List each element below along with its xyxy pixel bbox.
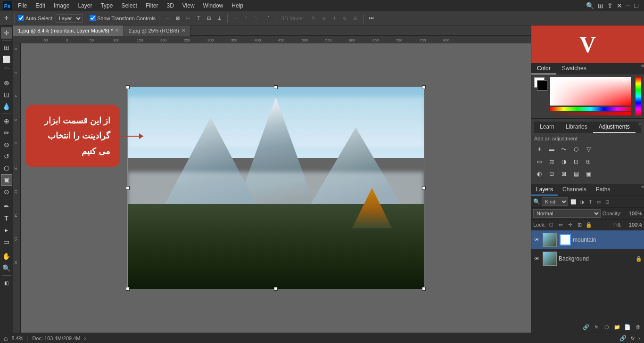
tab-2-close[interactable]: ✕	[182, 28, 185, 33]
exposure-adj-icon[interactable]: ⬡	[571, 144, 581, 155]
type-tool[interactable]: T	[1, 212, 12, 224]
gradient-map-adj-icon[interactable]: ▤	[571, 169, 581, 179]
marquee-rect-tool[interactable]: ⬜	[1, 54, 12, 65]
handle-mid-left[interactable]	[126, 186, 130, 190]
pen-tool[interactable]: ✒	[1, 201, 12, 212]
history-brush-tool[interactable]: ↺	[1, 151, 12, 162]
pixel-filter-icon[interactable]: ⬜	[570, 198, 577, 205]
foreground-color[interactable]: ◧	[1, 277, 12, 288]
tab-1[interactable]: 1.jpg @ 8.4% (mountain, Layer Mask/8) * …	[13, 25, 124, 36]
crop-tool[interactable]: ⊡	[1, 89, 12, 100]
canvas[interactable]: از این قسمت ابزار گرادینت را انتخاب می ک…	[21, 43, 531, 333]
dist-v-icon[interactable]: ⋮	[241, 14, 251, 23]
menu-layer[interactable]: Layer	[74, 1, 96, 10]
maximize-icon[interactable]: □	[635, 2, 638, 9]
quick-select-tool[interactable]: ⊛	[1, 77, 12, 89]
handle-top-mid[interactable]	[274, 85, 278, 89]
align-left-icon[interactable]: ⊣	[163, 14, 172, 23]
move-tool[interactable]: ✛	[1, 27, 12, 39]
status-fx-button[interactable]: fx	[630, 335, 635, 341]
3d-rotate-icon[interactable]: ↻	[309, 14, 318, 23]
handle-bot-right[interactable]	[422, 287, 426, 291]
lock-all-icon[interactable]: 🔒	[585, 221, 593, 229]
layer-item-background[interactable]: 👁 Background 🔒	[531, 249, 644, 268]
handle-top-left[interactable]	[126, 85, 130, 89]
3d-slide-icon[interactable]: ⊕	[340, 14, 349, 23]
3d-scale-icon[interactable]: ⊞	[350, 14, 360, 23]
channel-mix-adj-icon[interactable]: ⊞	[583, 156, 594, 167]
dist-h2-icon[interactable]: ⋱	[252, 14, 261, 23]
tab-2[interactable]: 2.jpg @ 25% (RGB/8) ✕	[124, 25, 190, 36]
3d-orbit-icon[interactable]: ⊛	[319, 14, 329, 23]
menu-view[interactable]: View	[179, 1, 198, 10]
curves-adj-icon[interactable]: 〜	[559, 144, 569, 155]
color-gradient-field[interactable]	[550, 77, 631, 106]
search-icon[interactable]: 🔍	[586, 2, 594, 9]
layout-icon[interactable]: ⊞	[598, 2, 603, 9]
tab-adjustments[interactable]: Adjustments	[593, 122, 636, 133]
menu-type[interactable]: Type	[97, 1, 116, 10]
add-mask-icon[interactable]: ⬡	[603, 323, 611, 331]
menu-edit[interactable]: Edit	[32, 1, 49, 10]
clone-stamp-tool[interactable]: ⊖	[1, 139, 12, 150]
menu-image[interactable]: Image	[50, 1, 73, 10]
lock-image-icon[interactable]: ✏	[557, 221, 564, 229]
handle-bot-left[interactable]	[126, 287, 130, 291]
smart-filter-icon[interactable]: ⊡	[603, 198, 611, 205]
hue-slider[interactable]	[550, 107, 631, 111]
hsl-adj-icon[interactable]: ▭	[534, 156, 545, 167]
spot-heal-tool[interactable]: ⊕	[1, 115, 12, 127]
lock-artboard-icon[interactable]: ⊞	[576, 221, 583, 229]
handle-bot-mid[interactable]	[274, 287, 278, 291]
hand-tool[interactable]: ✋	[1, 251, 12, 262]
layer-item-mountain[interactable]: 👁 mountain	[531, 230, 644, 249]
zoom-tool[interactable]: 🔍	[1, 262, 12, 274]
type-filter-icon[interactable]: T	[586, 198, 594, 205]
align-center-v-icon[interactable]: ⊡	[204, 14, 214, 23]
align-center-h-icon[interactable]: ⊠	[173, 14, 182, 23]
invert-adj-icon[interactable]: ◐	[534, 169, 545, 179]
menu-file[interactable]: File	[14, 1, 31, 10]
shape-tool[interactable]: ▭	[1, 236, 12, 247]
adjust-filter-icon[interactable]: ◑	[578, 198, 586, 205]
menu-3d[interactable]: 3D	[163, 1, 177, 10]
blend-mode-select[interactable]: Normal Multiply Screen	[533, 209, 601, 218]
home-icon[interactable]: ⌂	[4, 335, 8, 342]
tab-layers[interactable]: Layers	[531, 184, 558, 196]
align-bottom-icon[interactable]: ⊥	[215, 14, 224, 23]
layer-visibility-icon[interactable]: 👁	[533, 236, 541, 244]
eyedropper-tool[interactable]: 💧	[1, 101, 12, 112]
align-right-icon[interactable]: ⊢	[183, 14, 193, 23]
tab-channels[interactable]: Channels	[558, 184, 591, 196]
tab-1-close[interactable]: ✕	[115, 28, 119, 33]
share-icon[interactable]: ⇧	[607, 2, 613, 9]
layer-kind-select[interactable]: Kind Name Effect	[542, 197, 568, 206]
color-gradient-handle[interactable]	[623, 80, 626, 82]
minimize-icon[interactable]: ─	[626, 2, 631, 9]
menu-help[interactable]: Help	[228, 1, 247, 10]
new-layer-icon[interactable]: 📄	[623, 323, 632, 331]
selective-color-adj-icon[interactable]: ▣	[583, 169, 594, 179]
transform-checkbox[interactable]	[90, 15, 96, 21]
dodge-tool[interactable]: ⊙	[1, 186, 12, 197]
threshold-adj-icon[interactable]: ⊠	[559, 169, 569, 179]
menu-window[interactable]: Window	[199, 1, 227, 10]
doc-more-icon[interactable]: ›	[84, 335, 86, 341]
more-options-icon[interactable]: •••	[367, 14, 376, 23]
new-group-icon[interactable]: 📁	[613, 323, 621, 331]
posterize-adj-icon[interactable]: ⊟	[546, 169, 557, 179]
lock-position-icon[interactable]: ✛	[566, 221, 574, 229]
menu-filter[interactable]: Filter	[142, 1, 162, 10]
layers-panel-menu[interactable]: ≡	[641, 184, 644, 196]
dist-v2-icon[interactable]: ⋰	[262, 14, 272, 23]
align-top-icon[interactable]: ⊤	[194, 14, 203, 23]
handle-top-right[interactable]	[422, 85, 426, 89]
artboard-tool[interactable]: ⊞	[1, 42, 12, 53]
close-icon[interactable]: ✕	[617, 2, 622, 9]
color-spectrum-bar[interactable]	[636, 77, 641, 115]
shape-filter-icon[interactable]: ▭	[595, 198, 603, 205]
fx-icon[interactable]: fx	[592, 323, 601, 331]
move-tool-icon[interactable]: ✛	[2, 14, 11, 22]
gradient-tool[interactable]: ▣	[1, 174, 12, 186]
alpha-slider[interactable]	[550, 112, 631, 115]
